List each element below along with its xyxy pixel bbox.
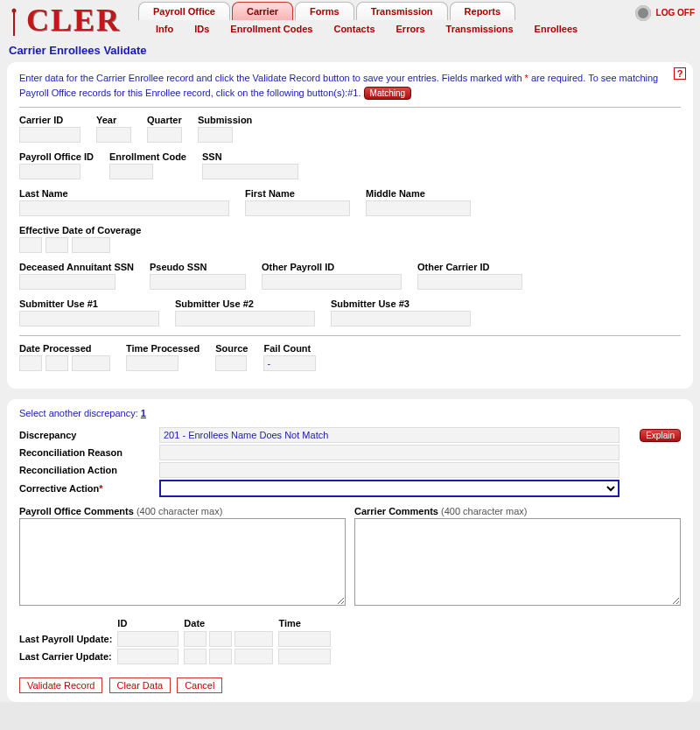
sub-tabs: Info IDs Enrollment Codes Contacts Error… [130,20,635,38]
label-enrollment-code: Enrollment Code [109,151,186,162]
label-submission: Submission [198,115,252,125]
input-date-proc-yyyy[interactable] [72,355,110,371]
input-ssn[interactable] [202,164,298,179]
subtab-ids[interactable]: IDs [194,24,209,34]
discrepancy-panel: Select another discrepancy: 1 Discrepanc… [7,399,693,702]
label-payroll-office-id: Payroll Office ID [19,151,94,162]
tab-transmission[interactable]: Transmission [356,2,448,20]
input-fail-count[interactable] [263,355,316,371]
subtab-errors[interactable]: Errors [396,24,425,34]
subtab-enrollees[interactable]: Enrollees [535,24,578,34]
label-dec-ann-ssn: Deceased Annuitant SSN [19,262,134,272]
label-source: Source [215,343,248,354]
input-enrollment-code[interactable] [109,164,153,179]
label-year: Year [96,115,131,125]
label-ssn: SSN [202,151,298,162]
gear-icon[interactable] [635,5,651,21]
subtab-contacts[interactable]: Contacts [333,24,374,34]
tab-forms[interactable]: Forms [295,2,354,20]
validate-record-button[interactable]: Validate Record [19,677,102,693]
input-submission[interactable] [198,127,233,143]
textarea-carrier-comments[interactable] [354,518,681,606]
tab-carrier[interactable]: Carrier [232,2,293,20]
label-date-processed: Date Processed [19,343,110,354]
subtab-enrollment-codes[interactable]: Enrollment Codes [230,24,312,34]
label-fail-count: Fail Count [263,343,316,354]
col-date: Date [184,618,278,630]
input-eff-date-yyyy[interactable] [72,237,110,253]
label-other-carrier-id: Other Carrier ID [417,262,522,272]
input-date-proc-dd[interactable] [46,355,68,371]
input-carrier-update-time[interactable] [278,649,331,664]
instructions: Enter data for the Carrier Enrollee reco… [19,71,681,100]
input-po-update-id[interactable] [117,631,178,647]
input-eff-date-dd[interactable] [46,237,68,253]
label-time-processed: Time Processed [126,343,200,354]
matching-button[interactable]: Matching [364,87,412,100]
col-time: Time [278,618,336,630]
label-last-name: Last Name [19,188,229,199]
input-eff-date-mm[interactable] [19,237,42,253]
label-rec-action: Reconciliation Action [19,465,159,475]
input-carrier-id[interactable] [19,127,80,143]
main-tabs: Payroll Office Carrier Forms Transmissio… [130,2,635,20]
input-dec-ann-ssn[interactable] [19,274,116,290]
input-payroll-office-id[interactable] [19,164,80,179]
input-last-name[interactable] [19,200,229,216]
input-carrier-update-id[interactable] [117,649,178,664]
col-id: ID [117,618,184,630]
input-pseudo-ssn[interactable] [150,274,246,290]
app-logo: CLER [5,2,130,39]
input-po-update-time[interactable] [278,631,331,647]
tab-payroll-office[interactable]: Payroll Office [138,2,230,20]
label-eff-date: Effective Date of Coverage [19,225,141,235]
input-source[interactable] [215,355,247,371]
label-carrier-comments: Carrier Comments (400 character max) [354,506,681,516]
label-corrective-action: Corrective Action* [19,483,159,494]
tab-reports[interactable]: Reports [450,2,516,20]
logo-text: CLER [26,2,121,39]
label-other-payroll-id: Other Payroll ID [262,262,402,272]
input-po-update-date-yyyy[interactable] [234,631,273,647]
label-pseudo-ssn: Pseudo SSN [150,262,246,272]
input-po-update-date-dd[interactable] [209,631,232,647]
label-rec-reason: Reconciliation Reason [19,447,159,458]
select-discrepancy: Select another discrepancy: 1 [19,408,681,418]
input-carrier-update-date-dd[interactable] [209,649,232,664]
input-sub-use-2[interactable] [175,311,315,326]
input-carrier-update-date-mm[interactable] [184,649,206,664]
input-other-payroll-id[interactable] [262,274,402,290]
input-po-update-date-mm[interactable] [184,631,206,647]
clear-data-button[interactable]: Clear Data [109,677,172,693]
input-sub-use-3[interactable] [331,311,471,326]
page-title: Carrier Enrollees Validate [0,39,700,62]
label-carrier-id: Carrier ID [19,115,80,125]
label-first-name: First Name [245,188,350,199]
input-sub-use-1[interactable] [19,311,159,326]
input-first-name[interactable] [245,200,350,216]
value-discrepancy: 201 - Enrollees Name Does Not Match [159,427,620,443]
logoff-link[interactable]: LOG OFF [656,9,695,18]
input-other-carrier-id[interactable] [417,274,522,290]
subtab-info[interactable]: Info [156,24,173,34]
help-icon[interactable]: ? [674,67,686,80]
label-po-comments: Payroll Office Comments (400 character m… [19,506,346,516]
label-discrepancy: Discrepancy [19,430,159,440]
cancel-button[interactable]: Cancel [177,677,222,693]
row-last-carrier-update: Last Carrier Update: [19,648,336,665]
input-date-proc-mm[interactable] [19,355,42,371]
explain-button[interactable]: Explain [640,429,681,442]
label-middle-name: Middle Name [366,188,471,199]
input-carrier-update-date-yyyy[interactable] [234,649,273,664]
label-quarter: Quarter [147,115,182,125]
select-corrective-action[interactable] [159,480,620,497]
subtab-transmissions[interactable]: Transmissions [446,24,514,34]
input-time-processed[interactable] [126,355,178,371]
textarea-po-comments[interactable] [19,518,346,606]
input-quarter[interactable] [147,127,182,143]
discrepancy-link-1[interactable]: 1 [141,408,146,418]
value-rec-reason [159,445,620,460]
label-sub-use-1: Submitter Use #1 [19,298,159,309]
input-year[interactable] [96,127,131,143]
input-middle-name[interactable] [366,200,471,216]
